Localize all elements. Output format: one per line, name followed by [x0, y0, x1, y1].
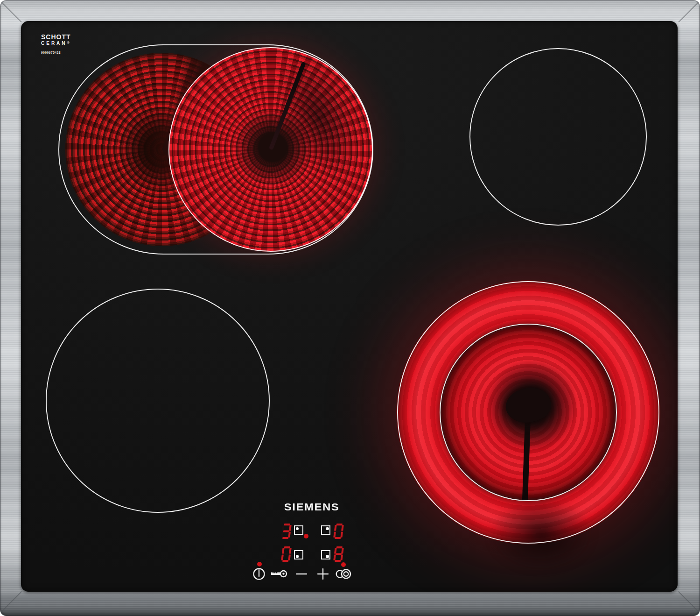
registered-mark: ® [67, 41, 70, 44]
level-display-front-right [332, 546, 345, 562]
frame-miter-seam [0, 0, 22, 22]
zone-outline-inner [440, 324, 617, 501]
siemens-logo: SIEMENS [265, 501, 358, 513]
schott-logo-text: SCHOTT [41, 34, 71, 40]
zone-position-dot [296, 527, 299, 531]
child-lock-button[interactable] [270, 568, 288, 580]
decrease-button[interactable] [295, 568, 308, 580]
cooking-zone-back-right-outline [469, 48, 647, 226]
increase-button[interactable] [317, 568, 329, 580]
key-icon [270, 568, 288, 580]
active-indicator-dot-front-right [341, 562, 346, 567]
frame-miter-seam [678, 591, 700, 613]
power-button[interactable] [252, 567, 266, 581]
ceran-logo-text: CERAN [41, 41, 67, 46]
level-display-back-right [332, 524, 345, 539]
cooktop-steel-frame: SCHOTT CERAN® 9000675423 [0, 0, 700, 616]
zone-position-dot [326, 527, 329, 531]
zone-indicator-back-right [321, 525, 330, 535]
active-indicator-dot-back-left [304, 534, 308, 538]
minus-icon [295, 568, 308, 580]
plus-icon [317, 568, 329, 580]
model-number: 9000675423 [41, 51, 61, 54]
zone-outline-circle [168, 47, 373, 252]
dual-zone-button[interactable] [334, 568, 351, 580]
zone-indicator-front-left [294, 550, 303, 559]
cooking-zone-front-left-outline [46, 289, 270, 513]
zone-position-dot [296, 555, 299, 558]
level-display-front-left [280, 546, 293, 562]
dual-zone-icon [334, 568, 351, 580]
ceramic-glass-surface: SCHOTT CERAN® 9000675423 [21, 21, 678, 592]
zone-indicator-front-right [321, 550, 330, 559]
zone-indicator-back-left [294, 525, 303, 535]
power-icon [252, 567, 266, 581]
power-indicator-dot [257, 562, 262, 566]
frame-miter-seam [0, 591, 22, 613]
frame-miter-seam [678, 0, 700, 22]
level-display-back-left [280, 524, 293, 539]
zone-position-dot [326, 555, 329, 558]
schott-ceran-logo: SCHOTT CERAN® [41, 34, 71, 46]
